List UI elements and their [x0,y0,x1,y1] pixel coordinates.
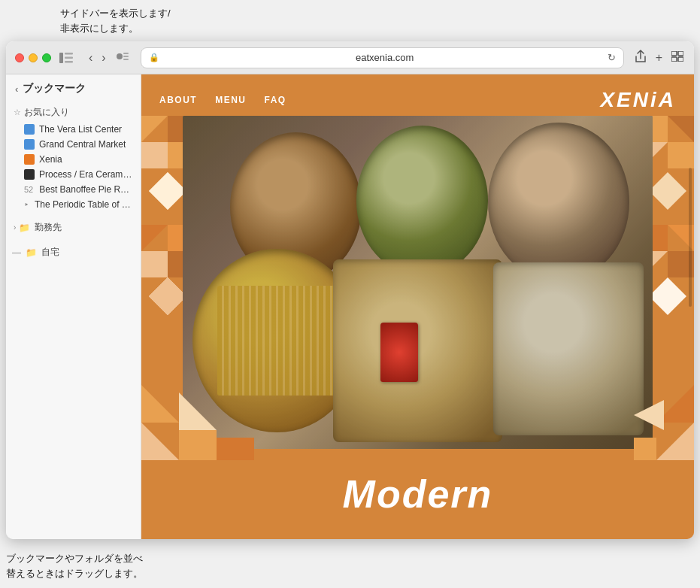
bookmark-item-vera[interactable]: The Vera List Center [6,122,141,137]
new-tab-button[interactable]: + [654,50,664,66]
url-text: eatxenia.com [162,52,608,63]
xenia-nav-links: ABOUT MENU FAQ [159,95,286,105]
home-folder-label: 自宅 [41,246,59,259]
xenia-nav: ABOUT MENU FAQ XENiA [141,74,694,126]
svg-rect-11 [678,57,683,62]
favorites-section-header[interactable]: ☆ お気に入り [6,103,141,122]
svg-rect-8 [671,51,677,56]
svg-marker-34 [141,423,179,460]
lock-icon: 🔒 [149,53,159,62]
svg-marker-42 [634,400,664,430]
share-button[interactable] [633,48,648,68]
forward-button[interactable]: › [98,50,108,66]
bookmark-label-xenia: Xenia [39,154,62,165]
maximize-button[interactable] [42,53,51,62]
svg-marker-40 [634,438,656,460]
xenia-website: ABOUT MENU FAQ XENiA [141,74,694,539]
tab-overview-button[interactable] [670,50,685,66]
chevron-right-icon: › [14,223,16,232]
folder-icon-home: 📁 [26,247,37,258]
svg-rect-0 [59,53,63,63]
reader-mode-button[interactable] [114,50,132,65]
minimize-button[interactable] [29,53,38,62]
sidebar-title: ブックマーク [23,82,86,95]
tooltip-top: サイドバーを表示します/ 非表示にします。 [60,6,171,35]
bookmark-label-process: Process / Era Ceramics [39,169,133,180]
title-bar: ‹ › 🔒 eatxenia.com ↻ + [6,41,694,74]
bookmark-item-process[interactable]: Process / Era Ceramics [6,167,141,182]
back-button[interactable]: ‹ [86,50,95,66]
svg-rect-5 [123,53,129,54]
close-button[interactable] [15,53,24,62]
home-folder-header[interactable]: — 📁 自宅 [6,243,141,262]
svg-marker-17 [149,172,186,210]
bookmark-label-gcm: Grand Central Market [39,139,126,150]
bookmark-label-banoffee: Best Banoffee Pie Recipe... [39,184,133,195]
traffic-lights [15,53,51,62]
work-folder-label: 勤務先 [35,221,62,234]
sidebar-toggle-button[interactable] [59,52,74,64]
bookmark-item-banoffee[interactable]: 52 Best Banoffee Pie Recipe... [6,182,141,197]
svg-point-4 [117,53,123,59]
browser-window: ‹ › 🔒 eatxenia.com ↻ + [6,41,694,539]
main-area: ‹ ブックマーク ☆ お気に入り The Vera List Center Gr… [6,74,694,539]
svg-marker-37 [141,385,179,423]
svg-rect-1 [65,53,73,55]
svg-rect-9 [678,51,683,56]
favorites-section: ☆ お気に入り The Vera List Center Grand Centr… [6,100,141,215]
svg-marker-27 [668,142,694,168]
geo-decoration-bottom-left [141,370,292,460]
svg-marker-14 [141,142,168,168]
svg-rect-2 [65,56,73,59]
hero-text: Modern [141,471,694,517]
svg-marker-35 [179,430,217,460]
svg-marker-38 [179,393,217,430]
favorites-star-icon: ☆ [14,108,21,117]
banoffee-prefix: 52 [24,185,33,194]
work-folder-section: › 📁 勤務先 [6,215,141,240]
tooltip-bottom: ブックマークやフォルダを並べ 替えるときはドラッグします。 [6,551,143,580]
bookmark-item-xenia[interactable]: Xenia [6,152,141,167]
favorites-label: お気に入り [24,106,69,119]
svg-marker-23 [149,277,186,315]
favicon-xenia [24,154,35,165]
svg-rect-7 [123,59,129,60]
nav-menu[interactable]: MENU [215,95,246,105]
bookmark-item-periodic[interactable]: ‣ The Periodic Table of Ele... [6,197,141,212]
favicon-vera [24,124,35,135]
address-bar[interactable]: 🔒 eatxenia.com ↻ [141,47,624,68]
periodic-prefix: ‣ [24,200,29,210]
xenia-logo: XENiA [600,88,676,112]
work-folder-header[interactable]: › 📁 勤務先 [6,218,141,237]
geo-decoration-bottom-right [634,370,694,460]
svg-marker-36 [217,438,254,460]
favicon-process [24,169,35,180]
svg-rect-3 [65,61,73,63]
sidebar-header: ‹ ブックマーク [6,74,141,100]
sidebar-back-button[interactable]: ‹ [15,83,18,95]
bookmark-item-gcm[interactable]: Grand Central Market [6,137,141,152]
svg-marker-20 [141,251,168,277]
home-folder-section: — 📁 自宅 [6,240,141,265]
reload-button[interactable]: ↻ [608,52,616,63]
svg-marker-28 [649,172,686,210]
nav-faq[interactable]: FAQ [265,95,286,105]
svg-rect-6 [123,56,129,57]
bookmark-label-vera: The Vera List Center [39,124,122,135]
dash-icon: — [12,247,21,258]
folder-icon: 📁 [19,223,30,233]
scroll-indicator [689,168,692,307]
toolbar-right: + [633,48,685,68]
svg-rect-10 [671,57,677,62]
svg-marker-33 [649,277,686,315]
nav-buttons: ‹ › [86,50,109,66]
svg-marker-18 [141,225,168,251]
nav-about[interactable]: ABOUT [159,95,197,105]
bookmark-label-periodic: The Periodic Table of Ele... [35,199,133,210]
sidebar: ‹ ブックマーク ☆ お気に入り The Vera List Center Gr… [6,74,141,539]
web-content: ABOUT MENU FAQ XENiA [141,74,694,539]
favicon-gcm [24,139,35,150]
